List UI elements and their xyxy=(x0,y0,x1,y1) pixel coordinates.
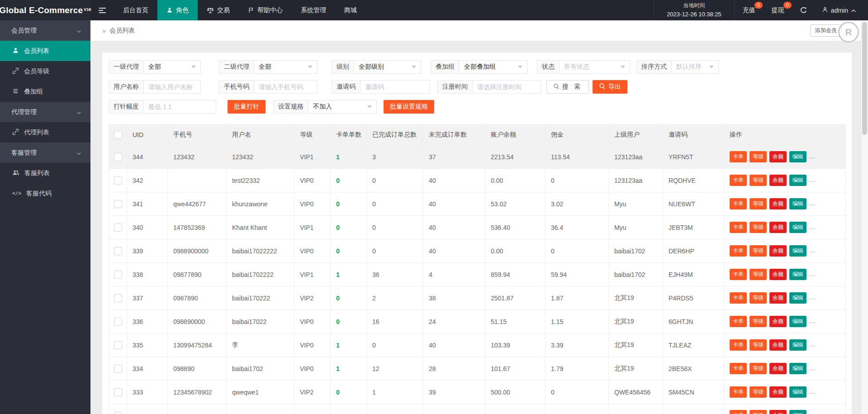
row-action-edit-button[interactable]: 编辑 xyxy=(789,245,806,257)
withdraw-link[interactable]: 提现 0 xyxy=(764,0,792,20)
recharge-link[interactable]: 充值 0 xyxy=(735,0,764,20)
row-action-balance-button[interactable]: 余额 xyxy=(769,386,787,398)
row-action-balance-button[interactable]: 余额 xyxy=(769,269,787,280)
row-action-balance-button[interactable]: 余额 xyxy=(769,245,787,257)
sidebar-group-member[interactable]: 会员管理 xyxy=(0,20,90,41)
row-action-kadan-button[interactable]: 卡单 xyxy=(730,198,747,209)
row-action-kadan-button[interactable]: 卡单 xyxy=(730,386,747,398)
sidebar-group-agent[interactable]: 代理管理 xyxy=(0,102,90,122)
more-actions-button[interactable]: ... xyxy=(809,200,816,207)
row-action-edit-button[interactable]: 编辑 xyxy=(789,292,806,304)
more-actions-button[interactable]: ... xyxy=(809,341,816,348)
row-action-balance-button[interactable]: 余额 xyxy=(769,292,787,304)
row-checkbox[interactable] xyxy=(114,412,122,414)
row-checkbox[interactable] xyxy=(114,224,122,232)
nav-item-mall[interactable]: 商城 xyxy=(335,0,366,20)
more-actions-button[interactable]: ... xyxy=(809,317,816,324)
sidebar-group-support[interactable]: 客服管理 xyxy=(0,143,90,163)
row-checkbox[interactable] xyxy=(114,153,122,161)
phone-input[interactable] xyxy=(254,80,318,94)
more-actions-button[interactable]: ... xyxy=(809,388,816,395)
nav-item-trade[interactable]: 交易 xyxy=(198,0,239,20)
row-action-balance-button[interactable]: 余额 xyxy=(769,222,787,233)
admin-menu[interactable]: admin xyxy=(815,0,868,20)
refresh-icon[interactable] xyxy=(792,0,815,20)
scrollbar[interactable] xyxy=(861,20,868,414)
row-action-edit-button[interactable]: 编辑 xyxy=(789,339,806,351)
sidebar-item-support-list[interactable]: 客服列表 xyxy=(0,163,90,183)
more-actions-button[interactable]: ... xyxy=(809,364,816,371)
row-action-level-button[interactable]: 等级 xyxy=(749,363,767,374)
nav-item-system[interactable]: 系统管理 xyxy=(292,0,335,20)
row-action-balance-button[interactable]: 余额 xyxy=(769,151,787,162)
row-action-kadan-button[interactable]: 卡单 xyxy=(730,151,747,162)
sidebar-item-support-code[interactable]: </> 客服代码 xyxy=(0,183,90,204)
row-checkbox[interactable] xyxy=(114,365,122,373)
search-button[interactable]: 搜 索 xyxy=(546,80,589,94)
row-action-level-button[interactable]: 等级 xyxy=(749,292,767,304)
row-action-edit-button[interactable]: 编辑 xyxy=(789,363,806,374)
row-action-edit-button[interactable]: 编辑 xyxy=(789,386,806,398)
row-action-level-button[interactable]: 等级 xyxy=(749,316,767,327)
sidebar-item-stack-group[interactable]: 叠加组 xyxy=(0,81,90,102)
row-action-kadan-button[interactable]: 卡单 xyxy=(730,363,747,374)
row-action-edit-button[interactable]: 编辑 xyxy=(789,175,806,186)
row-action-kadan-button[interactable]: 卡单 xyxy=(730,269,747,280)
row-action-edit-button[interactable]: 编辑 xyxy=(789,316,806,327)
username-input[interactable] xyxy=(144,80,201,94)
row-checkbox[interactable] xyxy=(114,176,122,185)
more-actions-button[interactable]: ... xyxy=(809,176,816,183)
row-action-balance-button[interactable]: 余额 xyxy=(769,339,787,351)
row-action-kadan-button[interactable]: 卡单 xyxy=(730,410,747,414)
row-action-kadan-button[interactable]: 卡单 xyxy=(730,245,747,257)
collapse-menu-icon[interactable] xyxy=(90,0,114,20)
row-action-level-button[interactable]: 等级 xyxy=(749,386,767,398)
rule-select[interactable]: 不加入 xyxy=(308,100,377,114)
row-action-balance-button[interactable]: 余额 xyxy=(769,363,787,374)
row-action-kadan-button[interactable]: 卡单 xyxy=(730,339,747,351)
more-actions-button[interactable]: ... xyxy=(809,152,816,160)
row-action-level-button[interactable]: 等级 xyxy=(749,245,767,257)
sort-select[interactable]: 默认排序 xyxy=(672,60,719,74)
row-checkbox[interactable] xyxy=(114,200,122,208)
row-action-kadan-button[interactable]: 卡单 xyxy=(730,222,747,233)
row-action-edit-button[interactable]: 编辑 xyxy=(789,222,806,233)
row-action-edit-button[interactable]: 编辑 xyxy=(789,269,806,280)
row-checkbox[interactable] xyxy=(114,247,122,255)
row-checkbox[interactable] xyxy=(114,318,122,326)
more-actions-button[interactable]: ... xyxy=(809,294,816,301)
row-action-kadan-button[interactable]: 卡单 xyxy=(730,175,747,186)
more-actions-button[interactable]: ... xyxy=(809,270,816,277)
stack-group-select[interactable]: 全部叠加组 xyxy=(460,60,527,74)
row-action-balance-button[interactable]: 余额 xyxy=(769,198,787,209)
invite-code-input[interactable] xyxy=(360,80,430,94)
row-action-level-button[interactable]: 等级 xyxy=(749,410,767,414)
sidebar-item-agent-list[interactable]: 代理列表 xyxy=(0,122,90,143)
primary-agent-select[interactable]: 全部 xyxy=(144,60,201,74)
row-action-balance-button[interactable]: 余额 xyxy=(769,175,787,186)
row-action-kadan-button[interactable]: 卡单 xyxy=(730,292,747,304)
nav-item-role[interactable]: 角色 xyxy=(157,0,198,20)
row-action-level-button[interactable]: 等级 xyxy=(749,339,767,351)
row-action-level-button[interactable]: 等级 xyxy=(749,151,767,162)
row-checkbox[interactable] xyxy=(114,341,122,349)
row-action-level-button[interactable]: 等级 xyxy=(749,269,767,280)
sidebar-item-member-level[interactable]: 会员等级 xyxy=(0,61,90,81)
row-action-edit-button[interactable]: 编辑 xyxy=(789,198,806,209)
register-time-input[interactable] xyxy=(473,80,541,94)
row-checkbox[interactable] xyxy=(114,271,122,279)
row-action-level-button[interactable]: 等级 xyxy=(749,222,767,233)
secondary-agent-select[interactable]: 全部 xyxy=(254,60,318,74)
more-actions-button[interactable]: ... xyxy=(809,223,816,230)
more-actions-button[interactable]: ... xyxy=(809,247,816,254)
more-actions-button[interactable]: ... xyxy=(809,411,816,414)
row-action-edit-button[interactable]: 编辑 xyxy=(789,151,806,162)
row-checkbox[interactable] xyxy=(114,294,122,302)
row-checkbox[interactable] xyxy=(114,388,122,396)
row-action-balance-button[interactable]: 余额 xyxy=(769,316,787,327)
select-all-checkbox[interactable] xyxy=(114,131,122,139)
add-member-button[interactable]: 添加会员 xyxy=(810,24,842,37)
inject-range-input[interactable] xyxy=(144,100,216,114)
batch-inject-button[interactable]: 批量打针 xyxy=(228,100,266,114)
row-action-level-button[interactable]: 等级 xyxy=(749,175,767,186)
